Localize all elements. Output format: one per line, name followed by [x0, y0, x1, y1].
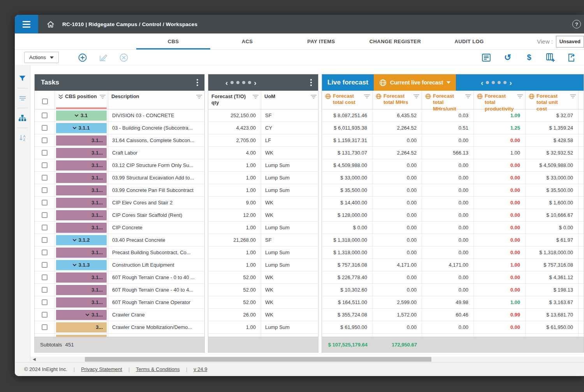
table-row[interactable]: $ 131,730.072,264.52566.131.00$ 32,932.5…	[322, 147, 584, 159]
cbs-badge[interactable]: 3.1...	[56, 148, 107, 158]
terms-conditions-link[interactable]: Terms & Conditions	[136, 366, 180, 372]
table-row[interactable]: 1.00Lump Sum	[208, 184, 318, 197]
tab-pay-items[interactable]: PAY ITEMS	[284, 33, 358, 49]
table-row[interactable]: 12.00WK	[208, 209, 318, 221]
scrollbar-thumb[interactable]	[85, 357, 431, 362]
column-header-forecast-total-mhrs[interactable]: Forecast total MHrs	[373, 91, 422, 109]
table-row[interactable]: 3...Crawler Crane Mobilization/Demo...	[35, 321, 204, 334]
cbs-badge[interactable]: 3.1.2	[56, 235, 107, 245]
table-row[interactable]: $ 35,500.000.000.000.00$ 35,500.00	[322, 184, 584, 197]
cbs-badge[interactable]: 3.1.3	[56, 260, 107, 270]
table-row[interactable]: 3.1...CIP Elev Cores and Stair 2	[35, 197, 204, 209]
table-row[interactable]: 3.1...Precast Building Subcontract, Co..…	[35, 246, 204, 259]
row-checkbox[interactable]	[42, 212, 47, 218]
add-icon[interactable]	[77, 53, 88, 63]
cbs-badge[interactable]: 3...	[56, 322, 107, 332]
cbs-badge[interactable]: 3.1	[56, 111, 107, 121]
hierarchy-icon[interactable]	[15, 111, 30, 125]
home-icon[interactable]	[47, 21, 55, 28]
row-checkbox[interactable]	[42, 187, 47, 193]
cbs-badge[interactable]: 3.1...	[56, 185, 107, 195]
row-checkbox[interactable]	[42, 225, 47, 230]
table-row[interactable]: $ 164,511.002,599.0049.981.00$ 3,163.67	[322, 296, 584, 309]
table-row[interactable]: 3.1...03.12 CIP Structure Form Only Su..…	[35, 159, 204, 172]
help-icon[interactable]: ?	[572, 20, 581, 28]
column-header-forecast-total-mhrs-unit[interactable]: Forecast total MHrs/unit	[422, 91, 474, 109]
table-row[interactable]: $ 128,000.000.000.000.00$ 10,666.67	[322, 209, 584, 221]
table-row[interactable]: 3.1...03.99 Structural Excavation Add to…	[35, 172, 204, 184]
horizontal-scrollbar[interactable]: ◀	[30, 357, 584, 362]
scroll-left-arrow-icon[interactable]: ◀	[33, 357, 36, 361]
row-checkbox[interactable]	[42, 237, 47, 243]
table-row[interactable]: $ 61,950.000.000.000.00$ 61,950.00	[322, 321, 584, 334]
table-row[interactable]: $ 226,778.400.000.000.00$ 4,361.12	[322, 271, 584, 284]
row-checkbox[interactable]	[42, 175, 47, 181]
version-link[interactable]: v 24.9	[193, 366, 207, 372]
column-header-cbs-position[interactable]: CBS position	[55, 91, 108, 109]
table-row[interactable]: 1.00Lump Sum	[208, 172, 318, 184]
privacy-statement-link[interactable]: Privacy Statement	[81, 366, 122, 372]
expand-chevron-icon[interactable]	[75, 113, 79, 117]
cbs-badge[interactable]: 3.1...	[56, 210, 107, 220]
table-row[interactable]: $ 1,159,317.310.000.000.00$ 428.58	[322, 134, 584, 147]
column-header-forecast-total-productivity[interactable]: Forecast total productivity	[474, 91, 526, 109]
table-row[interactable]: $ 4,509,988.000.000.000.00$ 4,509,988.00	[322, 159, 584, 172]
pager-right-icon[interactable]: ›	[509, 79, 512, 86]
table-row[interactable]: 4.00WK	[208, 147, 318, 159]
quick-filter-icon[interactable]	[15, 91, 30, 105]
table-row[interactable]: 1.00Lump Sum	[208, 259, 318, 271]
row-checkbox[interactable]	[42, 312, 47, 318]
row-checkbox[interactable]	[42, 299, 47, 305]
cbs-badge[interactable]: 3.1...	[56, 198, 107, 208]
table-row[interactable]: 4,423.00CY	[208, 122, 318, 134]
row-checkbox[interactable]	[42, 262, 47, 268]
export-icon[interactable]	[567, 53, 577, 63]
table-row[interactable]: 3.1.203.40 Precast Concrete	[35, 234, 204, 246]
row-checkbox[interactable]	[42, 250, 47, 255]
filter-column-icon[interactable]	[196, 95, 202, 99]
row-checkbox[interactable]	[42, 150, 47, 156]
expand-chevron-icon[interactable]	[72, 262, 76, 266]
row-checkbox[interactable]	[42, 274, 47, 280]
filter-column-icon[interactable]	[517, 94, 523, 98]
row-checkbox[interactable]	[42, 162, 47, 168]
tab-audit-log[interactable]: AUDIT LOG	[432, 33, 506, 49]
cbs-badge[interactable]: 3.1...	[56, 173, 107, 183]
table-row[interactable]: $ 757,316.084,171.004,171.001.00$ 757,31…	[322, 259, 584, 271]
filter-column-icon[interactable]	[570, 94, 576, 98]
row-checkbox[interactable]	[42, 200, 47, 206]
undo-icon[interactable]: ↺	[503, 53, 513, 63]
actions-button[interactable]: Actions	[24, 52, 59, 63]
table-row[interactable]: 9.00WK	[208, 197, 318, 209]
row-checkbox[interactable]	[42, 137, 47, 143]
pager-left-icon[interactable]: ‹	[481, 79, 483, 86]
column-pager[interactable]: ‹ ›	[225, 79, 257, 86]
table-row[interactable]: 3.1...60T Rough Terrain Crane - 40 to 4.…	[35, 284, 204, 296]
table-row[interactable]: 3.1...CIP Cores Stair Scaffold (Rent)	[35, 209, 204, 221]
filter-column-icon[interactable]	[413, 94, 419, 98]
column-header-uom[interactable]: UoM	[261, 91, 319, 109]
table-row[interactable]: $ 0.000.000.000.00$ 0.00	[322, 221, 584, 234]
table-row[interactable]: 52.00WK	[208, 284, 318, 296]
table-row[interactable]: 52.00WK	[208, 271, 318, 284]
cancel-icon[interactable]	[119, 53, 129, 63]
pager-left-icon[interactable]: ‹	[225, 79, 228, 86]
table-row[interactable]: 252,150.00SF	[208, 109, 318, 122]
table-row[interactable]: 26.00WK	[208, 309, 318, 321]
select-all-checkbox[interactable]	[42, 98, 48, 104]
tab-acs[interactable]: ACS	[210, 33, 284, 49]
table-row[interactable]	[208, 334, 318, 337]
filter-column-icon[interactable]	[253, 95, 259, 99]
filter-column-icon[interactable]	[364, 94, 370, 98]
expand-chevron-icon[interactable]	[72, 237, 76, 241]
row-checkbox[interactable]	[42, 287, 47, 293]
table-row[interactable]: 1.00Lump Sum	[208, 321, 318, 334]
table-row[interactable]: 3.1DIVISION 03 - CONCRETE	[35, 109, 204, 122]
table-row[interactable]: 52.00WK	[208, 296, 318, 309]
cbs-badge[interactable]: 3.1...	[56, 297, 107, 308]
table-row[interactable]	[35, 334, 204, 337]
table-row[interactable]: 3.1.3Construction Lift Equipment	[35, 259, 204, 271]
sort-az-icon[interactable]: A Z	[15, 130, 30, 145]
cbs-badge[interactable]: 3.1.1	[56, 123, 107, 133]
table-row[interactable]: 3.1...Craft Labor	[35, 147, 204, 159]
